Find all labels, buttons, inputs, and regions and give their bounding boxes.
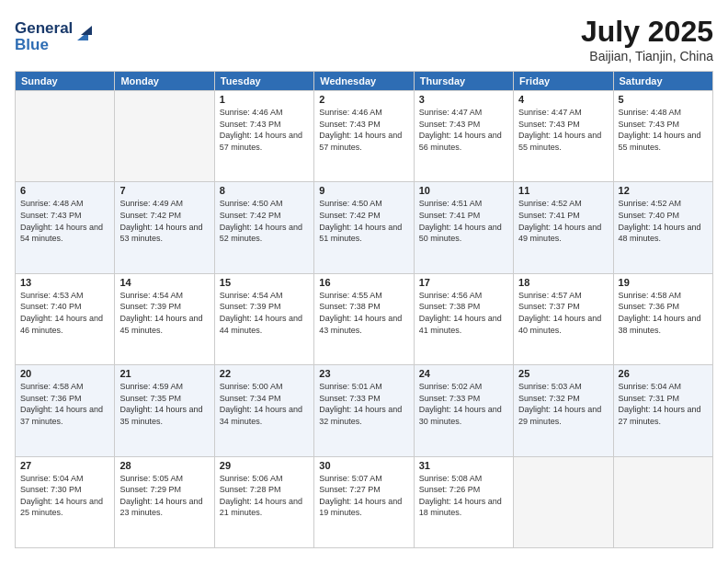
day-number: 11 bbox=[518, 185, 608, 196]
day-info: Sunrise: 5:00 AMSunset: 7:34 PMDaylight:… bbox=[220, 381, 309, 427]
day-info: Sunrise: 4:52 AMSunset: 7:40 PMDaylight:… bbox=[619, 198, 708, 244]
day-info: Sunrise: 5:01 AMSunset: 7:33 PMDaylight:… bbox=[319, 381, 408, 427]
calendar-cell: 13Sunrise: 4:53 AMSunset: 7:40 PMDayligh… bbox=[16, 273, 115, 364]
svg-marker-3 bbox=[81, 26, 92, 35]
calendar-cell: 1Sunrise: 4:46 AMSunset: 7:43 PMDaylight… bbox=[214, 91, 313, 182]
day-info: Sunrise: 4:50 AMSunset: 7:42 PMDaylight:… bbox=[319, 198, 408, 244]
day-info: Sunrise: 4:53 AMSunset: 7:40 PMDaylight:… bbox=[20, 290, 109, 336]
day-info: Sunrise: 5:07 AMSunset: 7:27 PMDaylight:… bbox=[319, 473, 408, 519]
day-info: Sunrise: 4:54 AMSunset: 7:39 PMDaylight:… bbox=[119, 290, 209, 336]
calendar-cell: 12Sunrise: 4:52 AMSunset: 7:40 PMDayligh… bbox=[613, 182, 712, 273]
calendar-page: General Blue July 2025 Baijian, Tianjin,… bbox=[0, 0, 728, 563]
day-number: 18 bbox=[518, 277, 608, 288]
calendar-cell: 22Sunrise: 5:00 AMSunset: 7:34 PMDayligh… bbox=[214, 365, 313, 456]
day-number: 10 bbox=[419, 185, 508, 196]
day-info: Sunrise: 4:54 AMSunset: 7:39 PMDaylight:… bbox=[220, 290, 309, 336]
day-number: 2 bbox=[319, 94, 408, 105]
calendar-cell bbox=[514, 456, 613, 547]
calendar-cell: 31Sunrise: 5:08 AMSunset: 7:26 PMDayligh… bbox=[414, 456, 513, 547]
day-info: Sunrise: 4:48 AMSunset: 7:43 PMDaylight:… bbox=[20, 198, 109, 244]
day-info: Sunrise: 4:58 AMSunset: 7:36 PMDaylight:… bbox=[20, 381, 109, 427]
weekday-header-tuesday: Tuesday bbox=[214, 72, 313, 91]
day-number: 5 bbox=[619, 94, 708, 105]
day-info: Sunrise: 4:56 AMSunset: 7:38 PMDaylight:… bbox=[419, 290, 508, 336]
calendar-cell: 16Sunrise: 4:55 AMSunset: 7:38 PMDayligh… bbox=[314, 273, 414, 364]
day-number: 17 bbox=[419, 277, 508, 288]
day-number: 28 bbox=[119, 460, 209, 471]
day-number: 13 bbox=[20, 277, 109, 288]
week-row-2: 6Sunrise: 4:48 AMSunset: 7:43 PMDaylight… bbox=[16, 182, 713, 273]
day-info: Sunrise: 5:04 AMSunset: 7:31 PMDaylight:… bbox=[619, 381, 708, 427]
weekday-header-sunday: Sunday bbox=[16, 72, 115, 91]
logo-icon: General Blue bbox=[15, 15, 107, 55]
week-row-3: 13Sunrise: 4:53 AMSunset: 7:40 PMDayligh… bbox=[16, 273, 713, 364]
calendar-cell: 30Sunrise: 5:07 AMSunset: 7:27 PMDayligh… bbox=[314, 456, 414, 547]
day-info: Sunrise: 4:57 AMSunset: 7:37 PMDaylight:… bbox=[518, 290, 608, 336]
day-number: 9 bbox=[319, 185, 408, 196]
day-info: Sunrise: 4:51 AMSunset: 7:41 PMDaylight:… bbox=[419, 198, 508, 244]
calendar-cell: 27Sunrise: 5:04 AMSunset: 7:30 PMDayligh… bbox=[16, 456, 115, 547]
calendar-cell: 9Sunrise: 4:50 AMSunset: 7:42 PMDaylight… bbox=[314, 182, 414, 273]
day-info: Sunrise: 4:47 AMSunset: 7:43 PMDaylight:… bbox=[419, 107, 508, 153]
day-info: Sunrise: 4:46 AMSunset: 7:43 PMDaylight:… bbox=[319, 107, 408, 153]
day-number: 12 bbox=[619, 185, 708, 196]
weekday-header-friday: Friday bbox=[514, 72, 613, 91]
calendar-cell: 29Sunrise: 5:06 AMSunset: 7:28 PMDayligh… bbox=[214, 456, 313, 547]
calendar-cell: 6Sunrise: 4:48 AMSunset: 7:43 PMDaylight… bbox=[16, 182, 115, 273]
day-info: Sunrise: 4:46 AMSunset: 7:43 PMDaylight:… bbox=[220, 107, 309, 153]
day-info: Sunrise: 5:08 AMSunset: 7:26 PMDaylight:… bbox=[419, 473, 508, 519]
day-info: Sunrise: 4:58 AMSunset: 7:36 PMDaylight:… bbox=[619, 290, 708, 336]
day-number: 21 bbox=[119, 368, 209, 379]
calendar-cell: 14Sunrise: 4:54 AMSunset: 7:39 PMDayligh… bbox=[115, 273, 214, 364]
calendar-cell bbox=[613, 456, 712, 547]
calendar-cell: 4Sunrise: 4:47 AMSunset: 7:43 PMDaylight… bbox=[514, 91, 613, 182]
calendar-cell: 18Sunrise: 4:57 AMSunset: 7:37 PMDayligh… bbox=[514, 273, 613, 364]
day-info: Sunrise: 4:59 AMSunset: 7:35 PMDaylight:… bbox=[119, 381, 209, 427]
calendar-cell: 20Sunrise: 4:58 AMSunset: 7:36 PMDayligh… bbox=[16, 365, 115, 456]
day-number: 25 bbox=[518, 368, 608, 379]
weekday-header-row: SundayMondayTuesdayWednesdayThursdayFrid… bbox=[16, 72, 713, 91]
day-info: Sunrise: 4:50 AMSunset: 7:42 PMDaylight:… bbox=[220, 198, 309, 244]
weekday-header-wednesday: Wednesday bbox=[314, 72, 414, 91]
day-number: 3 bbox=[419, 94, 508, 105]
day-number: 20 bbox=[20, 368, 109, 379]
day-info: Sunrise: 4:52 AMSunset: 7:41 PMDaylight:… bbox=[518, 198, 608, 244]
calendar-table: SundayMondayTuesdayWednesdayThursdayFrid… bbox=[15, 71, 713, 548]
svg-text:Blue: Blue bbox=[15, 36, 49, 53]
week-row-4: 20Sunrise: 4:58 AMSunset: 7:36 PMDayligh… bbox=[16, 365, 713, 456]
calendar-cell: 10Sunrise: 4:51 AMSunset: 7:41 PMDayligh… bbox=[414, 182, 513, 273]
day-info: Sunrise: 4:49 AMSunset: 7:42 PMDaylight:… bbox=[119, 198, 209, 244]
calendar-cell: 7Sunrise: 4:49 AMSunset: 7:42 PMDaylight… bbox=[115, 182, 214, 273]
day-number: 23 bbox=[319, 368, 408, 379]
calendar-cell: 5Sunrise: 4:48 AMSunset: 7:43 PMDaylight… bbox=[613, 91, 712, 182]
calendar-cell: 17Sunrise: 4:56 AMSunset: 7:38 PMDayligh… bbox=[414, 273, 513, 364]
calendar-cell: 3Sunrise: 4:47 AMSunset: 7:43 PMDaylight… bbox=[414, 91, 513, 182]
calendar-cell: 8Sunrise: 4:50 AMSunset: 7:42 PMDaylight… bbox=[214, 182, 313, 273]
day-number: 15 bbox=[220, 277, 309, 288]
day-number: 6 bbox=[20, 185, 109, 196]
title-block: July 2025 Baijian, Tianjin, China bbox=[581, 15, 713, 63]
calendar-cell bbox=[16, 91, 115, 182]
calendar-cell: 19Sunrise: 4:58 AMSunset: 7:36 PMDayligh… bbox=[613, 273, 712, 364]
day-number: 29 bbox=[220, 460, 309, 471]
day-number: 1 bbox=[220, 94, 309, 105]
month-year: July 2025 bbox=[581, 15, 713, 49]
day-number: 16 bbox=[319, 277, 408, 288]
calendar-cell: 26Sunrise: 5:04 AMSunset: 7:31 PMDayligh… bbox=[613, 365, 712, 456]
day-number: 30 bbox=[319, 460, 408, 471]
weekday-header-saturday: Saturday bbox=[613, 72, 712, 91]
day-info: Sunrise: 4:48 AMSunset: 7:43 PMDaylight:… bbox=[619, 107, 708, 153]
calendar-cell: 21Sunrise: 4:59 AMSunset: 7:35 PMDayligh… bbox=[115, 365, 214, 456]
day-info: Sunrise: 5:02 AMSunset: 7:33 PMDaylight:… bbox=[419, 381, 508, 427]
day-number: 19 bbox=[619, 277, 708, 288]
weekday-header-monday: Monday bbox=[115, 72, 214, 91]
calendar-cell: 2Sunrise: 4:46 AMSunset: 7:43 PMDaylight… bbox=[314, 91, 414, 182]
calendar-cell: 15Sunrise: 4:54 AMSunset: 7:39 PMDayligh… bbox=[214, 273, 313, 364]
week-row-1: 1Sunrise: 4:46 AMSunset: 7:43 PMDaylight… bbox=[16, 91, 713, 182]
day-info: Sunrise: 4:55 AMSunset: 7:38 PMDaylight:… bbox=[319, 290, 408, 336]
day-info: Sunrise: 4:47 AMSunset: 7:43 PMDaylight:… bbox=[518, 107, 608, 153]
day-number: 24 bbox=[419, 368, 508, 379]
location: Baijian, Tianjin, China bbox=[581, 49, 713, 63]
calendar-cell: 25Sunrise: 5:03 AMSunset: 7:32 PMDayligh… bbox=[514, 365, 613, 456]
calendar-cell: 11Sunrise: 4:52 AMSunset: 7:41 PMDayligh… bbox=[514, 182, 613, 273]
